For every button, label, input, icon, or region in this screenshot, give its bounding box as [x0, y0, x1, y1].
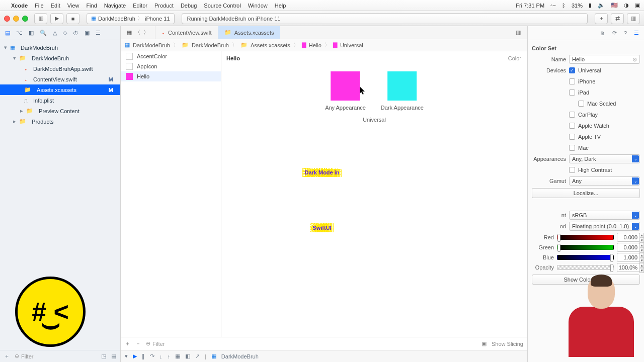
zoom-window-button[interactable] — [22, 16, 28, 22]
checkbox-universal[interactable]: ✓ — [569, 67, 575, 73]
toggle-navigator-button[interactable]: ▥ — [34, 13, 47, 24]
project-navigator-icon[interactable]: ▤ — [5, 30, 10, 36]
debug-view-icon[interactable]: ▦ — [175, 353, 180, 359]
bluetooth-icon[interactable]: ᛒ — [562, 3, 566, 9]
menu-find[interactable]: Find — [86, 3, 97, 9]
attributes-inspector-icon[interactable]: ☰ — [634, 30, 639, 36]
related-items-icon[interactable]: ▦ — [127, 29, 132, 36]
tab-contentview[interactable]: ⬩ContentView.swift — [155, 26, 218, 39]
history-inspector-icon[interactable]: ⟳ — [612, 30, 617, 36]
checkbox-tv[interactable] — [569, 134, 575, 140]
editor-options-button[interactable]: ▥ — [510, 26, 527, 39]
menu-extra-2-icon[interactable]: ▣ — [635, 2, 640, 9]
debug-location-icon[interactable]: ↗ — [195, 353, 200, 359]
toggle-inspector-button[interactable]: ▥ — [627, 13, 640, 24]
swatch-dark[interactable] — [387, 71, 417, 101]
find-navigator-icon[interactable]: 🔍 — [40, 30, 47, 36]
input-opacity[interactable]: 100.0%▴▾ — [617, 263, 640, 272]
menubar-clock[interactable]: Fri 7:31 PM — [516, 3, 544, 9]
add-asset-button[interactable]: ＋ — [125, 340, 130, 347]
clear-icon[interactable]: ⊗ — [632, 56, 637, 63]
run-button[interactable]: ▶ — [50, 13, 63, 24]
library-button[interactable]: ＋ — [595, 13, 608, 24]
tree-file-assets[interactable]: 📁 Assets.xcassetsM — [0, 84, 120, 95]
minimize-window-button[interactable] — [13, 16, 19, 22]
debug-continue-icon[interactable]: ↷ — [150, 353, 154, 359]
input-blue[interactable]: 1.000▴▾ — [617, 253, 640, 262]
menu-help[interactable]: Help — [275, 3, 286, 9]
well-dark-appearance[interactable]: Dark Appearance — [381, 71, 424, 111]
select-input-method[interactable]: Floating point (0.0–1.0)⌄ — [569, 222, 640, 231]
volume-icon[interactable]: 🔈 — [598, 2, 605, 9]
stop-button[interactable]: ■ — [66, 13, 79, 24]
tree-group-preview[interactable]: ▸📁 Preview Content — [0, 106, 120, 116]
slider-blue[interactable] — [557, 255, 614, 260]
menu-view[interactable]: View — [67, 3, 79, 9]
breakpoint-navigator-icon[interactable]: ▣ — [85, 30, 90, 36]
checkbox-iphone[interactable] — [569, 78, 575, 84]
checkbox-mac[interactable] — [569, 145, 575, 151]
checkbox-carplay[interactable] — [569, 112, 575, 118]
test-navigator-icon[interactable]: ◇ — [63, 30, 67, 36]
asset-accentcolor[interactable]: AccentColor — [121, 51, 221, 61]
tree-group-products[interactable]: ▸📁 Products — [0, 116, 120, 127]
swatch-any[interactable] — [331, 71, 360, 101]
nav-back-icon[interactable]: 〈 — [135, 29, 140, 36]
menu-window[interactable]: Window — [248, 3, 268, 9]
select-appearances[interactable]: Any, Dark⌄ — [569, 154, 640, 163]
checkbox-macscaled[interactable] — [578, 101, 584, 107]
menu-debug[interactable]: Debug — [181, 3, 197, 9]
scheme-selector[interactable]: ▦ DarkModeBruh 〉 iPhone 11 — [87, 13, 175, 24]
select-gamut[interactable]: Any⌄ — [569, 176, 640, 186]
filter-recent-icon[interactable]: ◳ — [101, 353, 106, 359]
input-green[interactable]: 0.000▴▾ — [617, 243, 640, 252]
tree-file-content[interactable]: ⬩ ContentView.swiftM — [0, 74, 120, 84]
checkbox-ipad[interactable] — [569, 89, 575, 96]
asset-appicon[interactable]: AppIcon — [121, 61, 221, 71]
toggle-debug-icon[interactable]: ▾ — [125, 353, 128, 359]
menu-file[interactable]: File — [35, 3, 44, 9]
show-slicing-button[interactable]: Show Slicing — [492, 341, 523, 347]
battery-icon[interactable]: ▮ — [589, 2, 592, 9]
remove-asset-button[interactable]: － — [135, 340, 141, 347]
code-review-button[interactable]: ⇄ — [611, 13, 624, 24]
asset-hello[interactable]: Hello — [121, 71, 221, 81]
slider-opacity[interactable] — [557, 265, 614, 270]
input-source-icon[interactable]: 🇺🇸 — [611, 2, 618, 9]
input-red[interactable]: 0.000▴▾ — [617, 233, 640, 242]
tab-assets[interactable]: 📁Assets.xcassets — [218, 26, 281, 39]
menu-navigate[interactable]: Navigate — [104, 3, 126, 9]
wifi-icon[interactable]: ◦⌢ — [550, 2, 556, 9]
close-window-button[interactable] — [4, 16, 10, 22]
help-inspector-icon[interactable]: ? — [624, 30, 627, 36]
menu-editor[interactable]: Editor — [133, 3, 147, 9]
checkbox-highcontrast[interactable] — [569, 167, 575, 173]
checkbox-watch[interactable] — [569, 123, 575, 129]
jump-bar[interactable]: ▦DarkModeBruh〉 📁DarkModeBruh〉 📁Assets.xc… — [121, 39, 527, 51]
field-name-input[interactable]: Hello⊗ — [569, 55, 640, 64]
debug-memory-icon[interactable]: ◧ — [185, 353, 190, 359]
file-inspector-icon[interactable]: 🗎 — [600, 30, 605, 36]
menu-source-control[interactable]: Source Control — [204, 3, 240, 9]
tree-file-info[interactable]: ⎍ Info.plist — [0, 95, 120, 106]
localize-button[interactable]: Localize... — [532, 188, 640, 198]
issue-navigator-icon[interactable]: △ — [53, 30, 57, 36]
select-colorspace[interactable]: sRGB⌄ — [569, 211, 640, 220]
menu-edit[interactable]: Edit — [51, 3, 60, 9]
debug-pause-icon[interactable]: ‖ — [142, 353, 145, 359]
source-control-navigator-icon[interactable]: ⌥ — [16, 30, 23, 36]
symbol-navigator-icon[interactable]: ◧ — [29, 30, 34, 36]
tree-project-root[interactable]: ▾▦ DarkModeBruh — [0, 42, 120, 53]
tree-file-app[interactable]: ⬩ DarkModeBruhApp.swift — [0, 63, 120, 74]
debug-step-over-icon[interactable]: ↓ — [159, 353, 163, 359]
slider-red[interactable] — [557, 235, 614, 240]
add-button[interactable]: ＋ — [4, 352, 10, 360]
asset-view-mode-icon[interactable]: ▣ — [481, 340, 487, 347]
slider-green[interactable] — [557, 245, 614, 250]
filter-scm-icon[interactable]: ▤ — [111, 353, 116, 359]
debug-breakpoint-icon[interactable]: ▶ — [133, 353, 137, 359]
navigator-filter[interactable]: ⊖Filter — [15, 353, 96, 359]
asset-filter[interactable]: ⊖Filter — [146, 340, 436, 347]
menu-product[interactable]: Product — [154, 3, 174, 9]
debug-navigator-icon[interactable]: ⏱ — [73, 30, 78, 36]
